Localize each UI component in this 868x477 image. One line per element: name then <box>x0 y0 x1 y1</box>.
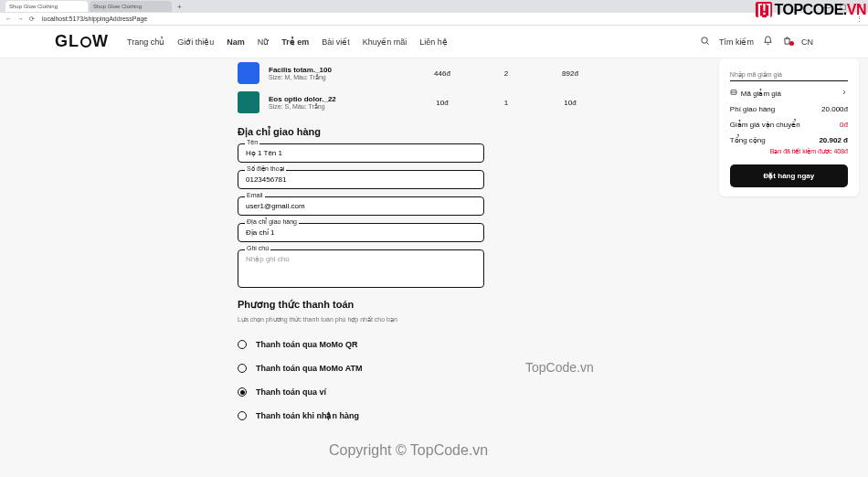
place-order-button[interactable]: Đặt hàng ngay <box>730 164 848 187</box>
promo-label: Mã giảm giá <box>741 90 781 98</box>
product-thumb[interactable] <box>238 91 259 113</box>
browser-address-bar: ← → ⟳ localhost:5173/shippingAddressPage… <box>0 13 868 26</box>
order-summary: Mã giảm giá Phí giao hàng 20.000đ Giảm g… <box>719 58 859 196</box>
bag-icon[interactable] <box>782 36 792 48</box>
ship-fee-value: 20.000đ <box>821 105 848 113</box>
main-nav: Trang chủ Giới thiệu Nam Nữ Trẻ em Bài v… <box>127 37 448 47</box>
product-total: 892đ <box>543 69 598 78</box>
product-variant: Size: M, Màu: Trắng <box>269 74 406 81</box>
pay-option-label: Thanh toán khi nhận hàng <box>256 411 359 420</box>
product-name: Eos optio dolor._22 <box>269 95 406 103</box>
svg-line-1 <box>707 43 709 45</box>
product-qty: 1 <box>479 99 534 107</box>
payment-title: Phương thức thanh toán <box>238 299 710 311</box>
phone-label: Số điện thoại <box>245 165 286 173</box>
pay-option-cod[interactable]: Thanh toán khi nhận hàng <box>238 404 710 428</box>
product-price: 10đ <box>415 99 470 107</box>
radio-icon <box>238 340 247 349</box>
product-total: 10đ <box>543 99 598 107</box>
search-icon[interactable] <box>700 36 710 48</box>
product-price: 446đ <box>415 69 470 78</box>
name-label: Tên <box>245 139 259 145</box>
site-logo[interactable]: GLW <box>55 32 109 51</box>
pay-option-wallet[interactable]: Thanh toán qua ví <box>238 380 710 404</box>
ship-discount-value: 0đ <box>840 121 848 129</box>
email-input[interactable] <box>238 196 484 216</box>
ship-discount-label: Giảm giá vận chuyển <box>730 121 800 129</box>
radio-icon <box>238 364 247 373</box>
nav-about[interactable]: Giới thiệu <box>177 37 214 47</box>
note-textarea[interactable] <box>238 249 484 288</box>
nav-contact[interactable]: Liên hệ <box>419 37 448 47</box>
product-name: Facilis totam._100 <box>269 66 406 74</box>
nav-women[interactable]: Nữ <box>258 37 270 47</box>
chevron-right-icon <box>841 89 848 98</box>
ship-fee-label: Phí giao hàng <box>730 105 775 113</box>
nav-blog[interactable]: Bài viết <box>322 37 350 47</box>
radio-icon <box>238 387 247 397</box>
search-label[interactable]: Tìm kiếm <box>719 37 754 47</box>
shipping-title: Địa chỉ giao hàng <box>238 126 710 138</box>
nav-back-icon[interactable]: ← <box>5 16 12 23</box>
nav-reload-icon[interactable]: ⟳ <box>29 16 35 23</box>
logo-left: GL <box>55 32 79 50</box>
topcode-bracket: [!] <box>756 2 772 17</box>
pay-option-momo-atm[interactable]: Thanh toán qua MoMo ATM <box>238 356 710 380</box>
radio-icon <box>238 411 247 420</box>
total-label: Tổng cộng <box>730 136 766 144</box>
address-input[interactable] <box>238 223 484 242</box>
user-label[interactable]: CN <box>801 37 813 47</box>
pay-option-label: Thanh toán qua MoMo QR <box>256 340 358 349</box>
product-qty: 2 <box>479 69 534 78</box>
product-thumb[interactable] <box>238 62 259 84</box>
site-header: GLW Trang chủ Giới thiệu Nam Nữ Trẻ em B… <box>0 26 868 58</box>
logo-o-icon <box>80 37 91 48</box>
name-input[interactable] <box>238 143 484 163</box>
total-value: 20.902 đ <box>819 136 848 144</box>
tab-2-title: Shop Glow Clothing <box>93 4 142 9</box>
bell-icon[interactable] <box>763 36 773 48</box>
watermark-copyright: Copyright © TopCode.vn <box>329 442 488 459</box>
note-label: Ghi chú <box>245 245 270 251</box>
browser-tab-1[interactable]: Shop Glow Clothing <box>5 1 88 12</box>
watermark-small: TopCode.vn <box>525 360 594 375</box>
browser-tab-2[interactable]: Shop Glow Clothing <box>90 1 172 12</box>
nav-kids[interactable]: Trẻ em <box>281 37 309 47</box>
bag-badge <box>789 41 794 46</box>
nav-forward-icon[interactable]: → <box>17 16 24 23</box>
cart-item: Facilis totam._100 Size: M, Màu: Trắng 4… <box>238 58 710 88</box>
url-text[interactable]: localhost:5173/shippingAddressPage <box>42 16 147 22</box>
topcode-logo-overlay: [!]TOPCODE.VN <box>756 2 866 18</box>
nav-promo[interactable]: Khuyến mãi <box>363 37 408 47</box>
topcode-text: TOPCODE <box>774 2 842 17</box>
logo-right: W <box>92 32 109 50</box>
payment-subtitle: Lựa chọn phương thức thanh toán phù hợp … <box>238 316 710 323</box>
product-variant: Size: S, Màu: Trắng <box>269 103 406 111</box>
nav-men[interactable]: Nam <box>227 37 245 47</box>
nav-home[interactable]: Trang chủ <box>127 37 164 47</box>
svg-point-0 <box>702 37 707 43</box>
savings-note: Bạn đã tiết kiệm được 408đ <box>730 148 848 155</box>
cart-item: Eos optio dolor._22 Size: S, Màu: Trắng … <box>238 88 710 117</box>
promo-row[interactable]: Mã giảm giá <box>730 89 848 98</box>
topcode-vn: VN <box>847 2 866 17</box>
pay-option-label: Thanh toán qua MoMo ATM <box>256 364 362 373</box>
email-label: Email <box>245 192 265 198</box>
pay-option-label: Thanh toán qua ví <box>256 387 326 397</box>
tab-1-title: Shop Glow Clothing <box>9 4 58 9</box>
new-tab-button[interactable]: + <box>177 3 182 11</box>
phone-input[interactable] <box>238 170 484 189</box>
ticket-icon <box>730 89 737 98</box>
promo-input[interactable] <box>730 69 848 81</box>
browser-tab-strip: Shop Glow Clothing Shop Glow Clothing + … <box>0 0 868 13</box>
pay-option-momo-qr[interactable]: Thanh toán qua MoMo QR <box>238 333 710 356</box>
address-label: Địa chỉ giao hàng <box>245 218 299 226</box>
